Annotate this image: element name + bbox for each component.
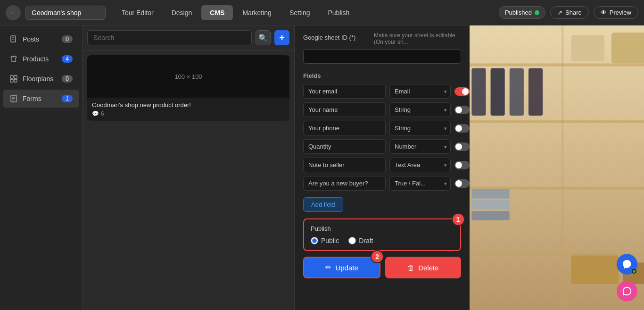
form-card-image: 100 × 100 xyxy=(87,55,289,98)
radio-public[interactable]: Public xyxy=(311,237,339,244)
messenger-chat-button[interactable] xyxy=(617,254,637,275)
svg-rect-16 xyxy=(561,25,563,310)
radio-draft[interactable]: Draft xyxy=(348,237,373,244)
cms-panel: Google sheet ID (*) Make sure your sheet… xyxy=(295,25,470,310)
toggle-wrap-phone: Optional xyxy=(454,124,470,133)
update-button[interactable]: ✏ Update xyxy=(303,257,380,278)
support-chat-button[interactable] xyxy=(617,281,637,302)
svg-rect-15 xyxy=(470,253,644,256)
svg-rect-19 xyxy=(509,68,523,116)
shop-name-input[interactable] xyxy=(25,6,106,20)
tab-tour-editor[interactable]: Tour Editor xyxy=(113,5,162,20)
published-badge: Published xyxy=(499,6,545,19)
field-row: True / Fal...StringEmailNumber Optional … xyxy=(303,176,461,191)
preview-panel xyxy=(470,25,644,310)
form-card-body: Goodman's shop new product order! 💬 6 xyxy=(87,98,289,121)
field-type-wrap-name: StringEmailNumberText Area xyxy=(389,102,451,117)
field-type-select-note[interactable]: Text AreaStringEmailNumber xyxy=(389,158,451,172)
add-field-button[interactable]: Add field xyxy=(303,197,343,212)
form-icon xyxy=(9,94,18,103)
toggle-wrap-quantity: Optional xyxy=(454,142,470,151)
tab-marketing[interactable]: Marketing xyxy=(234,5,280,20)
online-dot xyxy=(632,269,636,274)
field-name-input-phone[interactable] xyxy=(303,121,386,135)
posts-count-badge: 0 xyxy=(62,35,73,43)
svg-rect-25 xyxy=(471,211,509,220)
radio-public-input[interactable] xyxy=(311,237,318,244)
optional-toggle-name[interactable] xyxy=(454,106,470,114)
field-name-input-name[interactable] xyxy=(303,102,386,117)
published-label: Published xyxy=(505,9,532,16)
optional-toggle-note[interactable] xyxy=(454,161,470,169)
tab-publish[interactable]: Publish xyxy=(319,5,358,20)
cms-inner: Google sheet ID (*) Make sure your sheet… xyxy=(295,25,470,285)
gs-hint: Make sure your sheet is editable (On you… xyxy=(374,32,461,45)
tab-cms[interactable]: CMS xyxy=(201,5,233,20)
field-type-select-email[interactable]: EmailStringNumberText AreaTrue / False xyxy=(389,84,451,99)
eye-icon: 👁 xyxy=(601,9,607,16)
publish-section: Publish Public Draft 1 xyxy=(303,218,461,251)
add-form-button[interactable]: + xyxy=(274,30,289,45)
svg-rect-18 xyxy=(490,68,504,116)
field-name-input-quantity[interactable] xyxy=(303,139,386,154)
required-toggle-email[interactable] xyxy=(454,87,470,96)
svg-rect-24 xyxy=(471,200,509,209)
field-type-select-phone[interactable]: StringEmailNumberText Area xyxy=(389,121,451,135)
toggle-wrap-note: Optional xyxy=(454,161,470,169)
file-icon xyxy=(9,35,18,43)
back-button[interactable]: ← xyxy=(6,5,21,20)
search-icon: 🔍 xyxy=(258,34,268,42)
sidebar: Posts 0 Products 4 Floorplans 0 Forms 1 xyxy=(0,25,83,310)
topbar: ← Tour Editor Design CMS Marketing Setti… xyxy=(0,0,644,25)
content-panel: 🔍 + 100 × 100 Goodman's shop new product… xyxy=(83,25,295,310)
svg-rect-26 xyxy=(571,255,619,284)
sidebar-item-posts[interactable]: Posts 0 xyxy=(3,30,79,48)
svg-rect-4 xyxy=(14,75,17,78)
image-placeholder-label: 100 × 100 xyxy=(174,73,202,80)
sidebar-item-products[interactable]: Products 4 xyxy=(3,50,79,68)
preview-label: Preview xyxy=(610,9,631,16)
radio-draft-input[interactable] xyxy=(348,237,356,244)
toggle-wrap-email: Required xyxy=(454,87,470,96)
field-row: Text AreaStringEmailNumber Optional ✕ xyxy=(303,158,461,172)
optional-toggle-phone[interactable] xyxy=(454,124,470,133)
sidebar-item-floorplans[interactable]: Floorplans 0 xyxy=(3,70,79,88)
pencil-icon: ✏ xyxy=(325,263,331,272)
toggle-knob xyxy=(455,125,462,132)
published-dot xyxy=(535,10,539,15)
svg-rect-5 xyxy=(10,79,13,82)
field-name-input-email[interactable] xyxy=(303,84,386,99)
form-card[interactable]: 100 × 100 Goodman's shop new product ord… xyxy=(87,55,289,121)
field-type-select-name[interactable]: StringEmailNumberText Area xyxy=(389,102,451,117)
gs-label: Google sheet ID (*) xyxy=(303,32,364,41)
search-input[interactable] xyxy=(87,30,252,45)
optional-toggle-quantity[interactable] xyxy=(454,142,470,151)
form-card-meta: 💬 6 xyxy=(92,110,285,117)
search-icon-button[interactable]: 🔍 xyxy=(256,30,271,45)
preview-button[interactable]: 👁 Preview xyxy=(594,6,638,19)
optional-toggle-buyer[interactable] xyxy=(454,179,470,188)
share-icon: ↗ xyxy=(557,9,562,16)
nav-tabs: Tour Editor Design CMS Marketing Setting… xyxy=(113,5,358,20)
tab-setting[interactable]: Setting xyxy=(281,5,319,20)
field-type-select-buyer[interactable]: True / Fal...StringEmailNumber xyxy=(389,176,451,191)
svg-rect-13 xyxy=(470,120,644,123)
tab-design[interactable]: Design xyxy=(163,5,201,20)
svg-rect-21 xyxy=(571,35,604,61)
radio-group: Public Draft xyxy=(311,237,454,244)
sidebar-item-forms[interactable]: Forms 1 xyxy=(3,90,79,108)
field-row: NumberStringEmailText Area Optional ✕ xyxy=(303,139,461,154)
field-row: StringEmailNumberText Area Optional ✕ xyxy=(303,102,461,117)
field-name-input-note[interactable] xyxy=(303,158,386,172)
svg-rect-20 xyxy=(528,68,542,116)
google-sheet-id-input[interactable] xyxy=(303,49,461,64)
sidebar-item-products-label: Products xyxy=(23,55,49,63)
field-type-select-quantity[interactable]: NumberStringEmailText Area xyxy=(389,139,451,154)
field-name-input-buyer[interactable] xyxy=(303,176,386,191)
google-sheet-section: Google sheet ID (*) Make sure your sheet… xyxy=(303,32,461,67)
share-button[interactable]: ↗ Share xyxy=(550,6,589,19)
delete-button[interactable]: 🗑 Delete xyxy=(385,257,461,278)
layout-icon xyxy=(9,75,18,83)
sidebar-item-posts-label: Posts xyxy=(23,35,39,43)
back-icon: ← xyxy=(10,9,16,16)
